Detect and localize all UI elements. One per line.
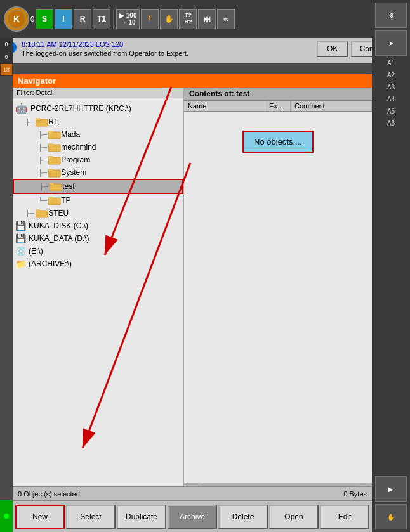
svg-rect-12 <box>48 169 53 171</box>
no-objects-box: No objects.... <box>242 131 314 153</box>
tree-line-r1: ├─ <box>25 119 34 126</box>
tree-item-system-label: System <box>61 168 86 177</box>
content-split: Filter: Detail 🤖 PCRC-2RL7HHTTRE (KRC:\)… <box>13 88 372 500</box>
robot-icon: 🤖 <box>15 102 28 114</box>
infinity-button[interactable]: ∞ <box>217 9 235 29</box>
file-header: Contents of: test <box>184 88 372 101</box>
a2-label: A2 <box>375 70 407 80</box>
folder-icon-test <box>50 181 62 191</box>
col-name: Name <box>184 101 265 111</box>
settings-icon: ⚙ <box>388 12 394 19</box>
tree-item-root[interactable]: 🤖 PCRC-2RL7HHTTRE (KRC:\) <box>13 101 183 115</box>
bottom-toolbar: New Select Duplicate Archive Delete Open… <box>13 500 372 532</box>
select-button[interactable]: Select <box>66 505 116 529</box>
play-sidebar-button[interactable]: ▶ <box>375 476 407 502</box>
tree-line-program: ├─ <box>38 157 47 164</box>
folder-icon-tp <box>48 195 61 205</box>
tree-line-tp: └─ <box>38 197 47 204</box>
green-status-indicator <box>0 500 13 532</box>
tree-item-tp[interactable]: └─ TP <box>13 194 183 207</box>
green-dot <box>4 514 9 519</box>
walk-icon: 🚶 <box>145 15 155 23</box>
duplicate-button[interactable]: Duplicate <box>117 505 166 529</box>
disk-icon-2: 💾 <box>15 233 26 243</box>
play-icon: ▶ 100↔ 10 <box>119 12 136 26</box>
tree-line-mechmind: ├─ <box>38 144 47 151</box>
tree-item-mechmind[interactable]: ├─ mechmind <box>13 141 183 153</box>
tree-item-e-drive[interactable]: 💿 (E:\) <box>13 245 183 257</box>
a5-label: A5 <box>375 107 407 116</box>
file-columns: Name Ex... Comment <box>184 101 372 112</box>
toolbar-sep-1 <box>113 10 114 29</box>
indicator-0-top: 0 <box>0 38 13 51</box>
filter-bar: Filter: Detail <box>13 88 183 98</box>
notification-content: 8:18:11 AM 12/11/2023 LOS 120 The logged… <box>22 41 312 57</box>
tree-item-r1[interactable]: ├─ R1 <box>13 115 183 128</box>
i-button[interactable]: I <box>55 9 72 29</box>
svg-rect-14 <box>50 183 54 185</box>
tree-content: 🤖 PCRC-2RL7HHTTRE (KRC:\) ├─ R1 ├─ <box>13 98 183 500</box>
svg-rect-10 <box>48 156 53 159</box>
notification-message: The logged-on user switched from Operato… <box>22 49 312 57</box>
edit-button[interactable]: Edit <box>320 505 369 529</box>
kuka-logo: K <box>4 6 29 32</box>
tree-item-kuka-data-label: KUKA_DATA (D:\) <box>29 234 89 243</box>
open-button[interactable]: Open <box>269 505 319 529</box>
grab-button[interactable]: ✋ <box>375 504 407 529</box>
tree-item-test[interactable]: ├─ test <box>13 179 183 194</box>
col-ex: Ex... <box>265 101 291 111</box>
disk-icon: 💾 <box>15 221 26 231</box>
tree-item-mada-label: Mada <box>61 130 80 139</box>
tree-item-steu-label: STEU <box>48 209 69 217</box>
tree-item-mada[interactable]: ├─ Mada <box>13 128 183 141</box>
toolbar-buttons: S I R T1 ▶ 100↔ 10 🚶 ✋ T?B? ⏭ ∞ <box>36 9 235 29</box>
navigator-header: Navigator <box>13 74 372 88</box>
folder-icon-system <box>48 167 61 178</box>
left-indicators: 0 0 18 <box>0 38 13 76</box>
top-toolbar: K 0 S I R T1 ▶ 100↔ 10 🚶 ✋ T?B? ⏭ ∞ <box>0 0 410 38</box>
tree-item-mechmind-label: mechmind <box>61 143 96 152</box>
tree-item-tp-label: TP <box>61 196 70 205</box>
archive-button[interactable]: Archive <box>168 505 217 529</box>
walk-button[interactable]: 🚶 <box>141 9 159 29</box>
svg-rect-8 <box>48 143 53 146</box>
file-content: No objects.... <box>184 112 372 483</box>
folder-icon-steu <box>36 208 48 218</box>
delete-button[interactable]: Delete <box>218 505 268 529</box>
tree-item-r1-label: R1 <box>48 117 58 126</box>
tree-item-archive-label: (ARCHIVE:\) <box>29 259 72 268</box>
tree-item-kuka-data[interactable]: 💾 KUKA_DATA (D:\) <box>13 232 183 245</box>
a4-label: A4 <box>375 94 407 104</box>
play-button[interactable]: ▶ 100↔ 10 <box>116 9 140 29</box>
play-sidebar-icon: ▶ <box>388 486 393 493</box>
nav-right-button[interactable]: ➤ <box>375 30 407 56</box>
hand-button[interactable]: ✋ <box>160 9 178 29</box>
status-bar: 0 Object(s) selected 0 Bytes <box>13 486 372 500</box>
tree-item-kuka-disk[interactable]: 💾 KUKA_DISK (C:\) <box>13 219 183 232</box>
r-button[interactable]: R <box>74 9 91 29</box>
skip-button[interactable]: ⏭ <box>198 9 216 29</box>
question-button[interactable]: T?B? <box>179 9 197 29</box>
tree-item-program-label: Program <box>61 155 90 164</box>
settings-button[interactable]: ⚙ <box>375 3 407 28</box>
tree-item-root-label: PCRC-2RL7HHTTRE (KRC:\) <box>30 104 131 113</box>
s-button[interactable]: S <box>36 9 53 29</box>
tree-line-system: ├─ <box>38 169 47 176</box>
svg-text:K: K <box>13 14 20 24</box>
svg-rect-6 <box>48 131 53 133</box>
svg-rect-18 <box>36 209 40 212</box>
folder-icon-mada <box>48 129 61 139</box>
svg-rect-4 <box>36 118 40 120</box>
tree-item-archive[interactable]: 📁 (ARCHIVE:\) <box>13 257 183 270</box>
tree-item-system[interactable]: ├─ System <box>13 166 183 179</box>
tree-line-mada: ├─ <box>38 131 47 138</box>
folder-icon-r1 <box>36 117 48 127</box>
tree-item-program[interactable]: ├─ Program <box>13 153 183 166</box>
a1-label: A1 <box>375 58 407 68</box>
tree-item-test-label: test <box>62 182 74 191</box>
tree-item-steu[interactable]: ├─ STEU <box>13 207 183 219</box>
tree-line-test: ├─ <box>39 183 48 190</box>
new-button[interactable]: New <box>15 505 65 529</box>
ok-button[interactable]: OK <box>317 41 348 57</box>
t1-button[interactable]: T1 <box>93 9 110 29</box>
